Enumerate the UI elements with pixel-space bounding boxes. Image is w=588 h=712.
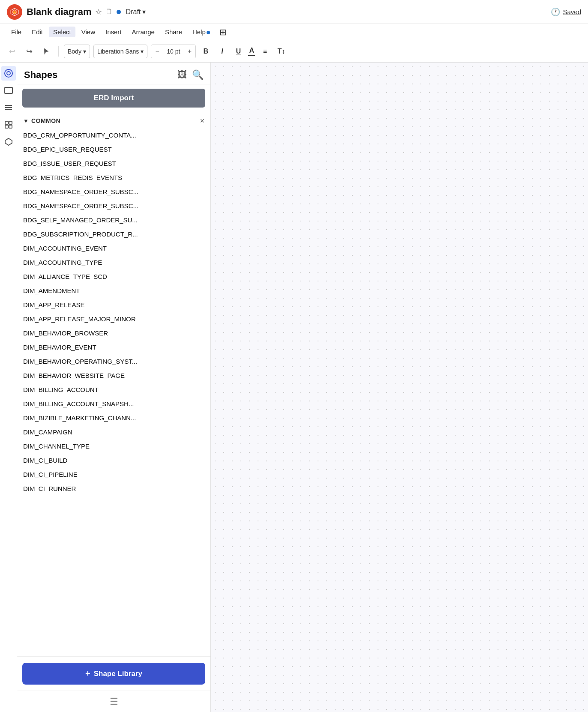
- shape-library-plus-icon: +: [85, 669, 90, 679]
- menu-bar: File Edit Select View Insert Arrange Sha…: [0, 24, 588, 40]
- shape-item[interactable]: DIM_CI_PIPELINE: [17, 467, 210, 482]
- menu-view[interactable]: View: [77, 27, 99, 37]
- font-style-arrow: ▾: [83, 48, 86, 55]
- shape-item[interactable]: DIM_AMENDMENT: [17, 284, 210, 298]
- erd-import-button[interactable]: ERD Import: [22, 89, 205, 108]
- title-main: Blank diagram ☆ 🗋 Draft ▾: [27, 6, 147, 18]
- svg-rect-12: [9, 125, 12, 128]
- side-icons: [0, 63, 17, 712]
- svg-rect-9: [5, 121, 8, 124]
- shape-item[interactable]: DIM_APP_RELEASE_MAJOR_MINOR: [17, 312, 210, 326]
- menu-edit[interactable]: Edit: [27, 27, 47, 37]
- stack-sidebar-button[interactable]: [1, 100, 16, 115]
- section-close-button[interactable]: ×: [200, 117, 204, 125]
- section-name: COMMON: [31, 117, 60, 124]
- star-icon[interactable]: ☆: [95, 7, 102, 17]
- font-size-value: 10 pt: [164, 48, 183, 55]
- shape-library-label: Shape Library: [94, 670, 142, 678]
- shape-item[interactable]: DIM_CHANNEL_TYPE: [17, 439, 210, 453]
- shape-item[interactable]: DIM_BEHAVIOR_EVENT: [17, 340, 210, 354]
- shape-item[interactable]: DIM_BEHAVIOR_BROWSER: [17, 326, 210, 340]
- help-dot: [207, 31, 210, 34]
- doc-icon[interactable]: 🗋: [105, 7, 113, 16]
- italic-button[interactable]: I: [216, 45, 228, 58]
- shape-library-button[interactable]: + Shape Library: [22, 663, 205, 685]
- shapes-title: Shapes: [24, 69, 57, 81]
- svg-point-4: [7, 72, 10, 75]
- app-logo[interactable]: [7, 4, 22, 20]
- svg-rect-10: [9, 121, 12, 124]
- image-icon[interactable]: 🖼: [177, 69, 187, 81]
- shapes-header-icons: 🖼 🔍: [177, 69, 204, 81]
- components-sidebar-button[interactable]: [1, 135, 16, 149]
- shape-item[interactable]: DIM_ACCOUNTING_TYPE: [17, 255, 210, 269]
- menu-file[interactable]: File: [7, 27, 26, 37]
- bold-button[interactable]: B: [199, 45, 212, 58]
- redo-button[interactable]: ↪: [22, 45, 36, 58]
- bottom-bar: ☰: [17, 691, 210, 712]
- shape-item[interactable]: BDG_NAMESPACE_ORDER_SUBSC...: [17, 185, 210, 199]
- svg-rect-11: [5, 125, 8, 128]
- scroll-indicator[interactable]: ☰: [110, 696, 118, 707]
- shape-item[interactable]: DIM_CI_BUILD: [17, 453, 210, 467]
- shape-item[interactable]: DIM_BEHAVIOR_OPERATING_SYST...: [17, 354, 210, 368]
- font-size-control: − 10 pt +: [151, 45, 196, 58]
- text-color-button[interactable]: A: [248, 47, 255, 56]
- svg-rect-5: [5, 87, 12, 93]
- shapes-header: Shapes 🖼 🔍: [17, 63, 210, 84]
- clock-icon: 🕐: [551, 7, 560, 17]
- rectangle-sidebar-button[interactable]: [1, 83, 16, 98]
- common-section-header: ▼ COMMON ×: [17, 112, 210, 128]
- saved-label[interactable]: Saved: [563, 8, 581, 15]
- section-toggle[interactable]: ▼ COMMON: [23, 117, 60, 124]
- menu-arrange[interactable]: Arrange: [128, 27, 159, 37]
- shape-item[interactable]: BDG_EPIC_USER_REQUEST: [17, 142, 210, 156]
- menu-insert[interactable]: Insert: [101, 27, 126, 37]
- shape-item[interactable]: DIM_APP_RELEASE: [17, 298, 210, 312]
- shape-item[interactable]: BDG_ISSUE_USER_REQUEST: [17, 156, 210, 171]
- shape-item[interactable]: BDG_METRICS_REDIS_EVENTS: [17, 171, 210, 185]
- shape-item[interactable]: DIM_CAMPAIGN: [17, 425, 210, 439]
- separator-1: [58, 46, 59, 57]
- font-style-value: Body: [68, 48, 81, 55]
- undo-button[interactable]: ↩: [5, 45, 19, 58]
- grid-icon[interactable]: ⊞: [219, 27, 227, 37]
- shape-item[interactable]: BDG_NAMESPACE_ORDER_SUBSC...: [17, 199, 210, 213]
- shape-item[interactable]: BDG_SUBSCRIPTION_PRODUCT_R...: [17, 227, 210, 241]
- shape-item[interactable]: BDG_SELF_MANAGED_ORDER_SU...: [17, 213, 210, 227]
- font-style-select[interactable]: Body ▾: [64, 45, 90, 58]
- menu-share[interactable]: Share: [161, 27, 186, 37]
- shape-library-area: + Shape Library: [17, 656, 210, 691]
- font-size-plus-button[interactable]: +: [183, 45, 195, 58]
- shape-item[interactable]: DIM_CI_RUNNER: [17, 482, 210, 496]
- font-family-value: Liberation Sans: [97, 48, 139, 55]
- shapes-list-area[interactable]: ▼ COMMON × BDG_CRM_OPPORTUNITY_CONTA...B…: [17, 112, 210, 656]
- shape-item[interactable]: DIM_BEHAVIOR_WEBSITE_PAGE: [17, 368, 210, 383]
- status-dot: [117, 10, 121, 14]
- shape-item[interactable]: DIM_ACCOUNTING_EVENT: [17, 241, 210, 255]
- shape-item[interactable]: DIM_BIZIBLE_MARKETING_CHANN...: [17, 411, 210, 425]
- menu-help[interactable]: Help: [188, 27, 214, 37]
- shape-item[interactable]: DIM_BILLING_ACCOUNT_SNAPSH...: [17, 397, 210, 411]
- shape-item[interactable]: DIM_ALLIANCE_TYPE_SCD: [17, 269, 210, 284]
- draft-dropdown[interactable]: Draft ▾: [124, 7, 148, 17]
- svg-point-3: [5, 69, 12, 77]
- canvas-area[interactable]: [211, 63, 588, 712]
- menu-select[interactable]: Select: [49, 27, 75, 37]
- underline-button[interactable]: U: [232, 45, 245, 58]
- font-family-select[interactable]: Liberation Sans ▾: [93, 45, 147, 58]
- align-button[interactable]: ≡: [258, 45, 271, 58]
- search-icon[interactable]: 🔍: [192, 69, 204, 81]
- section-arrow: ▼: [23, 118, 29, 124]
- pointer-button[interactable]: [39, 45, 53, 58]
- shapes-sidebar-button[interactable]: [1, 66, 16, 81]
- plugin-sidebar-button[interactable]: [1, 117, 16, 132]
- toolbar: ↩ ↪ Body ▾ Liberation Sans ▾ − 10 pt + B…: [0, 40, 588, 63]
- shape-item[interactable]: DIM_BILLING_ACCOUNT: [17, 383, 210, 397]
- font-size-minus-button[interactable]: −: [151, 45, 163, 58]
- shape-item[interactable]: BDG_CRM_OPPORTUNITY_CONTA...: [17, 128, 210, 142]
- text-color-bar: [248, 55, 255, 56]
- shapes-panel: Shapes 🖼 🔍 ERD Import ▼ COMMON × BDG_CRM…: [17, 63, 211, 712]
- more-text-button[interactable]: T↕: [275, 45, 288, 58]
- saved-area: 🕐 Saved: [551, 7, 581, 17]
